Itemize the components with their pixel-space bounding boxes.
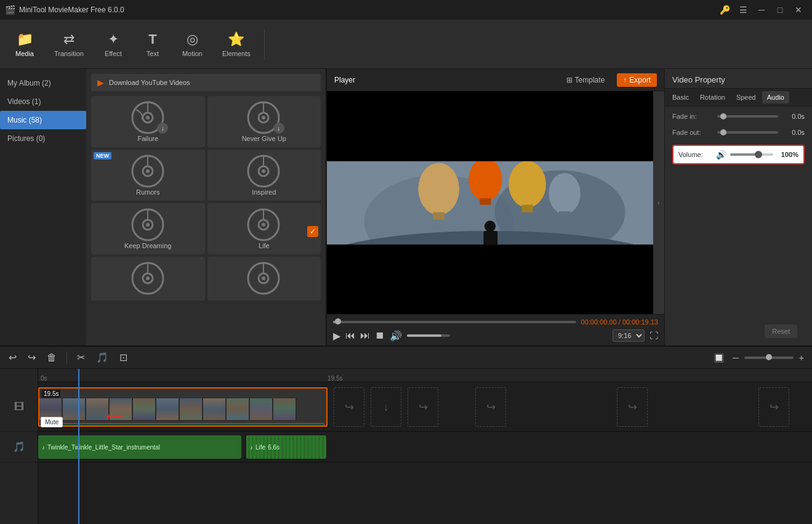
playhead <box>78 369 79 524</box>
audio-detach-button[interactable]: 🎵 <box>92 350 112 365</box>
download-yt-button[interactable]: ▶ Download YouTube Videos <box>91 74 321 91</box>
zoom-plus[interactable]: + <box>796 352 807 364</box>
effect-label: Effect <box>105 50 122 57</box>
download-icon[interactable]: ↓ <box>157 123 168 134</box>
music-disc-icon-8 <box>247 262 281 296</box>
checked-badge: ✓ <box>307 226 318 237</box>
volume-slider-thumb <box>755 151 762 158</box>
insert-clip-2[interactable]: ↓ <box>371 387 401 427</box>
right-panel: Video Property Basic Rotation Speed Audi… <box>664 69 812 345</box>
insert-clip-5[interactable]: ↪ <box>617 387 648 427</box>
toolbar-motion[interactable]: ◎ Motion <box>174 28 211 61</box>
fade-in-label: Fade in: <box>672 113 712 120</box>
cut-button[interactable]: ✂ <box>73 350 89 365</box>
audio-clip-life[interactable]: ♪ Life 6.6s <box>246 435 326 459</box>
insert-clip-4[interactable]: ↪ <box>475 387 506 427</box>
zoom-slider[interactable] <box>744 357 794 359</box>
video-clip[interactable]: 19.5s <box>38 387 328 427</box>
audio-clip-life-duration: 6.6s <box>268 444 279 451</box>
template-button[interactable]: ⊞ Template <box>566 76 605 84</box>
minimize-button[interactable]: ─ <box>753 1 770 18</box>
sidebar-item-music[interactable]: Music (58) <box>0 111 86 129</box>
volume-slider[interactable] <box>730 153 773 156</box>
volume-label: Volume: <box>678 151 712 158</box>
music-grid-row-4 <box>91 257 321 300</box>
property-tabs: Basic Rotation Speed Audio <box>665 89 812 107</box>
music-label-life: Life <box>259 242 270 249</box>
fullscreen-button[interactable]: ⛶ <box>649 331 658 341</box>
undo-button[interactable]: ↩ <box>5 350 20 365</box>
export-button[interactable]: ↑ Export <box>617 73 657 87</box>
music-item-track7[interactable] <box>91 257 205 300</box>
music-item-inspired[interactable]: Inspired <box>207 150 321 201</box>
left-panel: My Album (2) Videos (1) Music (58) Pictu… <box>0 69 326 345</box>
sidebar-item-pictures[interactable]: Pictures (0) <box>0 129 86 148</box>
property-title: Video Property <box>665 69 812 89</box>
download-yt-label: Download YouTube Videos <box>109 79 190 86</box>
insert-clip-6[interactable]: ↪ <box>758 387 789 427</box>
music-item-life[interactable]: ✓ Life <box>207 203 321 254</box>
fade-out-label: Fade out: <box>672 129 712 136</box>
player-header: Player ⊞ Template ↑ Export <box>327 69 664 91</box>
volume-button[interactable]: 🔊 <box>390 330 402 342</box>
next-frame-button[interactable]: ⏭ <box>360 330 370 341</box>
tab-basic[interactable]: Basic <box>667 91 694 103</box>
timeline-tracks: 0s 19.5s 19.5s <box>38 369 812 524</box>
panel-collapse-button[interactable]: ‹ <box>653 91 664 314</box>
music-item-failure[interactable]: ↓ Failure <box>91 96 205 147</box>
music-item-nevergiveup[interactable]: ↓ Never Give Up <box>207 96 321 147</box>
svg-point-10 <box>146 169 150 173</box>
volume-bar[interactable] <box>407 334 450 337</box>
fade-in-slider[interactable] <box>717 115 778 118</box>
key-button[interactable]: 🔑 <box>716 1 733 18</box>
zoom-minus[interactable]: ─ <box>730 352 742 364</box>
stop-button[interactable]: ⏹ <box>375 330 385 341</box>
tab-speed[interactable]: Speed <box>731 91 761 103</box>
toolbar-text[interactable]: T Text <box>134 28 171 61</box>
svg-point-40 <box>509 161 546 208</box>
insert-clip-3[interactable]: ↪ <box>408 387 438 427</box>
tab-player[interactable]: Player <box>334 76 355 84</box>
menu-button[interactable]: ☰ <box>734 1 752 18</box>
insert-clip-1[interactable]: ↪ <box>334 387 364 427</box>
download-icon-2[interactable]: ↓ <box>273 123 284 134</box>
crop-button[interactable]: ⊡ <box>116 350 131 365</box>
toolbar-elements[interactable]: ⭐ Elements <box>214 28 259 61</box>
effect-icon: ✦ <box>108 31 119 47</box>
tab-audio[interactable]: Audio <box>762 91 789 103</box>
transition-icon: ⇄ <box>63 31 74 47</box>
music-item-rumors[interactable]: NEW Rumors <box>91 150 205 201</box>
app-title: MiniTool MovieMaker Free 6.0.0 <box>19 6 124 14</box>
music-item-track8[interactable] <box>207 257 321 300</box>
fade-out-slider[interactable] <box>717 131 778 134</box>
ratio-select[interactable]: 9:16 16:9 1:1 4:3 <box>613 329 645 342</box>
toolbar-media[interactable]: 📁 Media <box>6 28 43 61</box>
time-current: 00:00:00.00 <box>581 318 617 326</box>
progress-bar[interactable] <box>333 321 576 323</box>
film-frame-5 <box>133 398 156 420</box>
toolbar-separator <box>264 29 265 60</box>
music-item-keepdreaming[interactable]: Keep Dreaming <box>91 203 205 254</box>
prev-frame-button[interactable]: ⏮ <box>345 330 355 341</box>
svg-rect-39 <box>480 198 491 204</box>
mute-button[interactable]: Mute <box>41 417 63 427</box>
music-label-failure: Failure <box>137 135 158 142</box>
sidebar-item-videos[interactable]: Videos (1) <box>0 92 86 111</box>
toolbar-transition[interactable]: ⇄ Transition <box>46 28 92 61</box>
tab-rotation[interactable]: Rotation <box>695 91 730 103</box>
audio-clip-twinkle[interactable]: ♪ Twinkle_Twinkle_Little_Star_instrument… <box>38 435 241 459</box>
volume-speaker-icon: 🔊 <box>716 150 726 159</box>
reset-button[interactable]: Reset <box>765 324 797 338</box>
delete-button[interactable]: 🗑 <box>43 350 60 365</box>
zoom-out-button[interactable]: 🔲 <box>710 352 727 364</box>
play-button[interactable]: ▶ <box>333 330 340 342</box>
redo-button[interactable]: ↪ <box>24 350 39 365</box>
svg-rect-41 <box>521 204 533 212</box>
timeline-toolbar: ↩ ↪ 🗑 ✂ 🎵 ⊡ 🔲 ─ + <box>0 347 812 369</box>
close-button[interactable]: ✕ <box>790 1 807 18</box>
toolbar: 📁 Media ⇄ Transition ✦ Effect T Text ◎ M… <box>0 20 812 69</box>
volume-value: 100% <box>777 151 798 158</box>
toolbar-effect[interactable]: ✦ Effect <box>95 28 132 61</box>
maximize-button[interactable]: □ <box>771 1 789 18</box>
sidebar-item-album[interactable]: My Album (2) <box>0 74 86 92</box>
